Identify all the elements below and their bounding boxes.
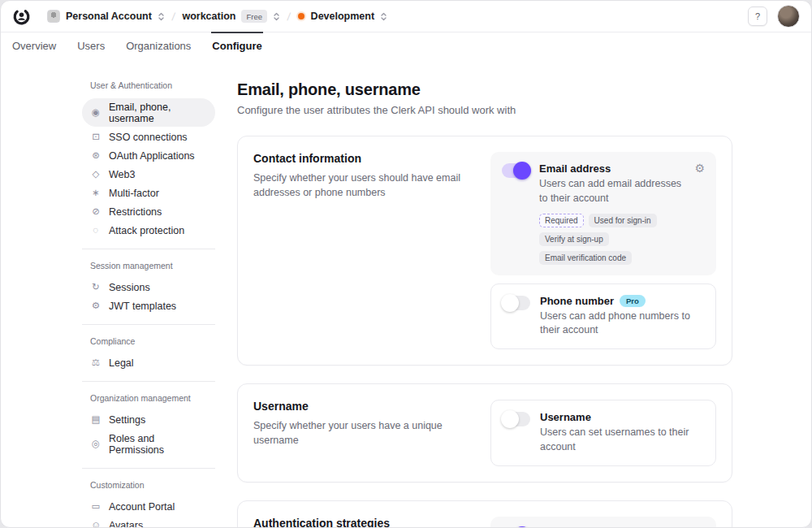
sidebar-item-web3[interactable]: ◇ Web3 — [82, 166, 215, 183]
card-description: Specify whether your users have a unique… — [253, 418, 471, 448]
required-badge: Required — [539, 214, 584, 227]
sidebar-item-label: Settings — [109, 414, 145, 426]
username-description: Users can set usernames to their account — [540, 426, 704, 455]
sidebar-item-attack-protection[interactable]: ◌ Attack protection — [82, 222, 215, 239]
account-switcher-chevron-icon[interactable] — [158, 11, 165, 22]
user-avatar[interactable] — [777, 5, 800, 28]
plan-badge: Free — [241, 10, 267, 23]
authentication-strategies-card: Authentication strategies Select the aut… — [237, 500, 732, 528]
environment-name: Development — [311, 11, 375, 22]
tab-organizations[interactable]: Organizations — [119, 32, 198, 59]
card-title: Contact information — [253, 152, 471, 165]
sidebar-item-label: Web3 — [109, 169, 135, 180]
sidebar-item-label: Roles and Permissions — [109, 433, 207, 456]
sidebar-item-account-portal[interactable]: ▭ Account Portal — [82, 498, 215, 515]
used-for-sign-in-badge: Used for sign-in — [589, 214, 657, 227]
account-avatar — [47, 10, 60, 23]
phone-number-label: Phone number — [540, 295, 614, 307]
sidebar-item-label: SSO connections — [109, 132, 188, 143]
username-panel: Username Users can set usernames to thei… — [490, 400, 716, 466]
roles-icon: ◎ — [90, 439, 102, 449]
email-address-description: Users can add email addresses to their a… — [539, 177, 685, 206]
clerk-logo-icon[interactable] — [12, 7, 31, 26]
sidebar-item-roles-and-permissions[interactable]: ◎ Roles and Permissions — [82, 430, 215, 458]
page-subtitle: Configure the user attributes the Clerk … — [237, 104, 732, 116]
oauth-icon: ⊛ — [90, 151, 102, 161]
page-title: Email, phone, username — [237, 80, 732, 99]
sidebar-item-legal[interactable]: ⚖ Legal — [82, 354, 215, 371]
email-settings-gear-icon[interactable]: ⚙ — [694, 162, 705, 174]
jwt-icon: ⚙ — [90, 301, 102, 311]
tab-users[interactable]: Users — [70, 32, 112, 59]
org-settings-icon: ▤ — [90, 415, 102, 425]
workspace-name: workcation — [182, 11, 235, 22]
sidebar-item-label: Restrictions — [109, 206, 162, 218]
workspace-switcher-chevron-icon[interactable] — [273, 11, 280, 22]
card-title: Authentication strategies — [253, 517, 471, 528]
breadcrumb-separator: / — [287, 11, 292, 23]
tab-overview[interactable]: Overview — [5, 32, 63, 59]
sso-icon: ⊡ — [90, 132, 102, 142]
sidebar-section-title: Customization — [90, 480, 215, 490]
avatars-icon: ☺ — [90, 521, 102, 528]
sidebar-item-avatars[interactable]: ☺ Avatars — [82, 517, 215, 528]
settings-sidebar: User & Authentication ◉ Email, phone, us… — [82, 80, 215, 528]
sidebar-item-label: JWT templates — [109, 301, 176, 312]
username-toggle[interactable] — [503, 412, 530, 426]
contact-information-card: Contact information Specify whether your… — [237, 136, 732, 366]
pro-badge: Pro — [620, 295, 646, 307]
account-portal-icon: ▭ — [90, 502, 102, 512]
fingerprint-icon: ◉ — [90, 108, 102, 118]
sidebar-divider — [82, 468, 215, 469]
sidebar-item-settings[interactable]: ▤ Settings — [82, 411, 215, 428]
sidebar-item-label: Multi-factor — [109, 188, 159, 199]
top-bar: Personal Account / workcation Free / — [1, 1, 811, 32]
password-panel: Password Users can sign in with a passwo… — [490, 517, 716, 528]
card-title: Username — [253, 400, 471, 413]
verify-at-sign-up-badge: Verify at sign-up — [539, 232, 609, 246]
sidebar-item-multi-factor[interactable]: ∗ Multi-factor — [82, 184, 215, 201]
sidebar-item-label: Sessions — [109, 282, 150, 293]
username-label: Username — [540, 411, 591, 423]
breadcrumb-account[interactable]: Personal Account — [47, 10, 165, 23]
breadcrumb-separator: / — [171, 11, 176, 23]
main-content: Email, phone, username Configure the use… — [237, 80, 732, 528]
sidebar-item-label: Email, phone, username — [109, 102, 207, 124]
phone-number-toggle[interactable] — [503, 296, 530, 310]
sidebar-item-jwt-templates[interactable]: ⚙ JWT templates — [82, 297, 215, 314]
multifactor-icon: ∗ — [90, 188, 102, 198]
sessions-icon: ↻ — [90, 283, 102, 292]
sidebar-item-label: Legal — [109, 357, 134, 369]
email-verification-code-badge: Email verification code — [539, 251, 632, 265]
tab-configure[interactable]: Configure — [205, 32, 269, 59]
email-address-label: Email address — [539, 162, 611, 175]
primary-tabs: Overview Users Organizations Configure — [1, 32, 811, 59]
sidebar-item-sso-connections[interactable]: ⊡ SSO connections — [82, 128, 215, 145]
legal-icon: ⚖ — [90, 358, 102, 368]
sidebar-section-title: Session management — [90, 261, 215, 270]
web3-icon: ◇ — [90, 170, 102, 180]
breadcrumb-environment[interactable]: Development — [298, 11, 388, 22]
email-address-panel: Email address Users can add email addres… — [490, 152, 716, 275]
sidebar-item-label: OAuth Applications — [109, 150, 195, 162]
phone-number-panel: Phone number Pro Users can add phone num… — [490, 283, 716, 350]
sidebar-section-title: User & Authentication — [90, 80, 215, 90]
sidebar-section-title: Organization management — [90, 393, 215, 403]
environment-switcher-chevron-icon[interactable] — [380, 11, 387, 22]
card-description: Specify whether your users should have e… — [253, 171, 471, 200]
help-button[interactable]: ? — [748, 6, 767, 26]
sidebar-item-email-phone-username[interactable]: ◉ Email, phone, username — [82, 98, 215, 127]
sidebar-item-sessions[interactable]: ↻ Sessions — [82, 279, 215, 296]
email-address-toggle[interactable] — [502, 163, 529, 178]
breadcrumb-workspace[interactable]: workcation Free — [182, 10, 280, 23]
app-window: Personal Account / workcation Free / — [0, 0, 812, 528]
sidebar-item-oauth-applications[interactable]: ⊛ OAuth Applications — [82, 147, 215, 164]
breadcrumb: Personal Account / workcation Free / — [47, 10, 387, 23]
sidebar-item-restrictions[interactable]: ⊘ Restrictions — [82, 203, 215, 220]
sidebar-item-label: Account Portal — [109, 501, 175, 513]
sidebar-item-label: Attack protection — [109, 225, 184, 236]
sidebar-divider — [82, 249, 215, 249]
environment-dot-icon — [298, 13, 304, 19]
sidebar-divider — [82, 324, 215, 325]
restrictions-icon: ⊘ — [90, 207, 102, 217]
